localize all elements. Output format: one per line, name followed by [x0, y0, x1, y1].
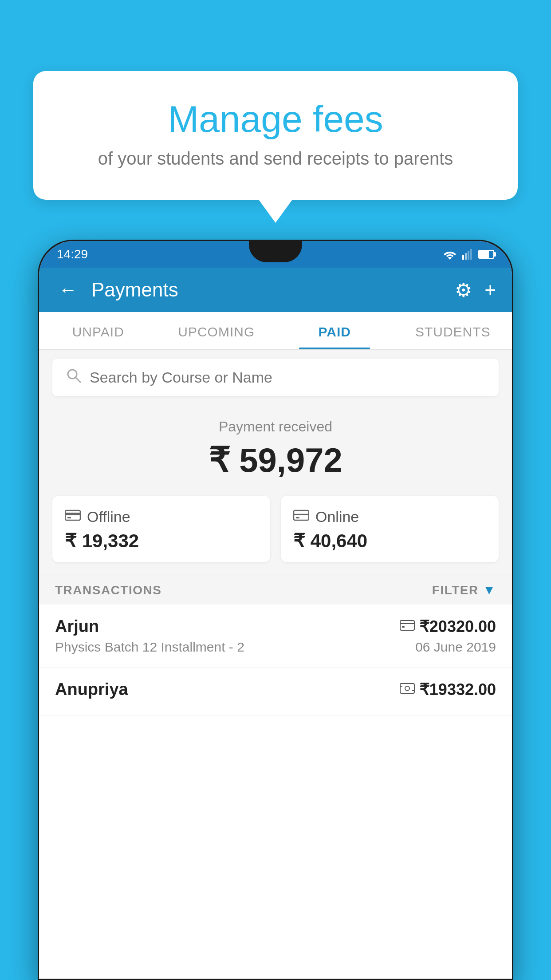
- online-label: Online: [315, 508, 359, 526]
- notch: [249, 241, 302, 262]
- search-input[interactable]: [90, 369, 485, 386]
- transactions-list: Arjun ₹20320.00 Physics Batch 1: [39, 605, 512, 715]
- tab-students[interactable]: STUDENTS: [394, 312, 512, 349]
- payment-cards: Offline ₹ 19,332 Online ₹ 40,640: [39, 496, 512, 576]
- search-bar: [52, 359, 499, 396]
- svg-rect-9: [294, 510, 309, 520]
- battery-icon: [478, 250, 494, 259]
- app-header: ← Payments ⚙ +: [39, 268, 512, 312]
- svg-rect-12: [400, 620, 414, 630]
- phone-inner: 14:29 ←: [39, 241, 512, 979]
- settings-button[interactable]: ⚙: [455, 279, 472, 301]
- tabs-bar: UNPAID UPCOMING PAID STUDENTS: [39, 312, 512, 350]
- search-icon: [66, 368, 82, 387]
- svg-rect-2: [468, 251, 469, 260]
- speech-bubble-subtitle: of your students and send receipts to pa…: [55, 149, 496, 169]
- transactions-header: TRANSACTIONS FILTER ▼: [39, 576, 512, 605]
- wifi-icon: [443, 249, 457, 260]
- online-icon: [293, 509, 309, 526]
- transaction-amount: ₹20320.00: [419, 617, 496, 636]
- offline-icon: [65, 509, 81, 526]
- tab-paid[interactable]: PAID: [276, 312, 394, 349]
- online-amount: ₹ 40,640: [293, 530, 486, 552]
- student-name: Anupriya: [55, 680, 128, 699]
- filter-icon: ▼: [483, 583, 496, 597]
- transaction-date: 06 June 2019: [415, 640, 496, 655]
- add-button[interactable]: +: [484, 279, 496, 301]
- tab-unpaid[interactable]: UNPAID: [39, 312, 157, 349]
- svg-rect-0: [462, 255, 464, 260]
- status-icons: [443, 249, 494, 260]
- signal-icon: [462, 249, 473, 260]
- search-container: [39, 350, 512, 405]
- offline-amount: ₹ 19,332: [65, 530, 258, 552]
- status-time: 14:29: [57, 247, 88, 261]
- table-row[interactable]: Arjun ₹20320.00 Physics Batch 1: [39, 605, 512, 668]
- svg-rect-8: [67, 517, 71, 518]
- speech-bubble-title: Manage fees: [55, 98, 496, 141]
- course-name: Physics Batch 12 Installment - 2: [55, 640, 244, 655]
- svg-rect-3: [470, 249, 472, 260]
- online-payment-card: Online ₹ 40,640: [281, 496, 499, 562]
- phone-frame: 14:29 ←: [38, 240, 513, 980]
- back-button[interactable]: ←: [55, 276, 81, 304]
- student-name: Arjun: [55, 617, 99, 636]
- card-payment-icon: [400, 619, 415, 634]
- svg-rect-15: [400, 684, 414, 693]
- payment-received-amount: ₹ 59,972: [52, 440, 499, 480]
- svg-point-16: [405, 686, 409, 691]
- payment-received-section: Payment received ₹ 59,972: [39, 405, 512, 496]
- svg-rect-14: [402, 626, 405, 628]
- offline-payment-card: Offline ₹ 19,332: [52, 496, 270, 562]
- cash-payment-icon: [400, 682, 415, 697]
- offline-label: Offline: [87, 508, 130, 526]
- amount-wrap: ₹20320.00: [400, 617, 496, 636]
- header-title: Payments: [91, 279, 444, 301]
- status-bar: 14:29: [39, 241, 512, 268]
- svg-rect-11: [296, 517, 299, 518]
- payment-received-label: Payment received: [52, 419, 499, 435]
- svg-rect-1: [465, 253, 467, 260]
- transaction-amount: ₹19332.00: [419, 680, 496, 699]
- header-icons: ⚙ +: [455, 279, 496, 301]
- filter-button[interactable]: FILTER ▼: [432, 583, 496, 597]
- svg-line-5: [76, 378, 80, 382]
- speech-bubble: Manage fees of your students and send re…: [33, 71, 518, 200]
- transactions-label: TRANSACTIONS: [55, 583, 161, 597]
- tab-upcoming[interactable]: UPCOMING: [157, 312, 276, 349]
- table-row[interactable]: Anupriya ₹19332.00: [39, 668, 512, 715]
- svg-rect-7: [65, 513, 80, 515]
- amount-wrap: ₹19332.00: [400, 680, 496, 699]
- filter-label: FILTER: [432, 583, 479, 597]
